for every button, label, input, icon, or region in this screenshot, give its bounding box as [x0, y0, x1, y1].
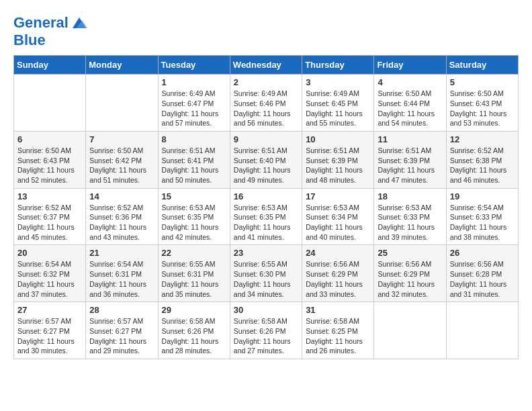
calendar-header-row: SundayMondayTuesdayWednesdayThursdayFrid…	[14, 56, 519, 75]
day-number: 17	[306, 191, 370, 201]
day-info: Sunrise: 6:58 AMSunset: 6:26 PMDaylight:…	[234, 316, 298, 356]
day-info: Sunrise: 6:50 AMSunset: 6:43 PMDaylight:…	[450, 89, 515, 128]
day-number: 15	[162, 191, 226, 201]
calendar-cell	[446, 302, 518, 359]
day-info: Sunrise: 6:54 AMSunset: 6:33 PMDaylight:…	[450, 203, 515, 242]
calendar-cell: 19Sunrise: 6:54 AMSunset: 6:33 PMDayligh…	[446, 188, 518, 245]
calendar-cell: 3Sunrise: 6:49 AMSunset: 6:45 PMDaylight…	[302, 75, 374, 132]
page-header: General Blue	[13, 13, 519, 48]
calendar-cell: 20Sunrise: 6:54 AMSunset: 6:32 PMDayligh…	[14, 245, 86, 302]
calendar-cell: 17Sunrise: 6:53 AMSunset: 6:34 PMDayligh…	[302, 188, 374, 245]
calendar-cell: 7Sunrise: 6:50 AMSunset: 6:42 PMDaylight…	[86, 131, 158, 188]
day-info: Sunrise: 6:50 AMSunset: 6:43 PMDaylight:…	[17, 146, 82, 185]
calendar-week-row: 6Sunrise: 6:50 AMSunset: 6:43 PMDaylight…	[14, 131, 519, 188]
day-info: Sunrise: 6:53 AMSunset: 6:34 PMDaylight:…	[306, 203, 370, 242]
day-info: Sunrise: 6:50 AMSunset: 6:44 PMDaylight:…	[378, 89, 442, 128]
calendar-cell: 15Sunrise: 6:53 AMSunset: 6:35 PMDayligh…	[158, 188, 230, 245]
calendar-week-row: 27Sunrise: 6:57 AMSunset: 6:27 PMDayligh…	[14, 302, 519, 359]
day-number: 24	[306, 248, 370, 258]
day-info: Sunrise: 6:52 AMSunset: 6:38 PMDaylight:…	[450, 146, 515, 185]
day-number: 8	[162, 134, 226, 144]
day-info: Sunrise: 6:57 AMSunset: 6:27 PMDaylight:…	[89, 316, 154, 356]
weekday-header: Wednesday	[230, 56, 302, 75]
day-info: Sunrise: 6:52 AMSunset: 6:36 PMDaylight:…	[89, 203, 154, 242]
day-info: Sunrise: 6:54 AMSunset: 6:31 PMDaylight:…	[89, 259, 154, 299]
day-number: 20	[17, 248, 82, 258]
day-info: Sunrise: 6:49 AMSunset: 6:46 PMDaylight:…	[234, 89, 298, 128]
day-info: Sunrise: 6:50 AMSunset: 6:42 PMDaylight:…	[89, 146, 154, 185]
day-number: 4	[378, 77, 442, 87]
weekday-header: Saturday	[446, 56, 518, 75]
calendar-week-row: 13Sunrise: 6:52 AMSunset: 6:37 PMDayligh…	[14, 188, 519, 245]
weekday-header: Sunday	[14, 56, 86, 75]
calendar-cell: 23Sunrise: 6:55 AMSunset: 6:30 PMDayligh…	[230, 245, 302, 302]
day-number: 12	[450, 134, 515, 144]
day-number: 25	[378, 248, 442, 258]
day-number: 9	[234, 134, 298, 144]
calendar-cell: 24Sunrise: 6:56 AMSunset: 6:29 PMDayligh…	[302, 245, 374, 302]
calendar-cell: 25Sunrise: 6:56 AMSunset: 6:29 PMDayligh…	[374, 245, 446, 302]
day-info: Sunrise: 6:51 AMSunset: 6:41 PMDaylight:…	[162, 146, 226, 185]
calendar-cell: 6Sunrise: 6:50 AMSunset: 6:43 PMDaylight…	[14, 131, 86, 188]
day-info: Sunrise: 6:51 AMSunset: 6:40 PMDaylight:…	[234, 146, 298, 185]
calendar-cell: 27Sunrise: 6:57 AMSunset: 6:27 PMDayligh…	[14, 302, 86, 359]
day-number: 3	[306, 77, 370, 87]
calendar-cell: 12Sunrise: 6:52 AMSunset: 6:38 PMDayligh…	[446, 131, 518, 188]
day-info: Sunrise: 6:51 AMSunset: 6:39 PMDaylight:…	[306, 146, 370, 185]
day-info: Sunrise: 6:52 AMSunset: 6:37 PMDaylight:…	[17, 203, 82, 242]
day-number: 2	[234, 77, 298, 87]
weekday-header: Friday	[374, 56, 446, 75]
day-info: Sunrise: 6:55 AMSunset: 6:30 PMDaylight:…	[234, 259, 298, 299]
day-number: 13	[17, 191, 82, 201]
calendar-cell: 14Sunrise: 6:52 AMSunset: 6:36 PMDayligh…	[86, 188, 158, 245]
day-number: 22	[162, 248, 226, 258]
calendar-cell: 16Sunrise: 6:53 AMSunset: 6:35 PMDayligh…	[230, 188, 302, 245]
day-number: 19	[450, 191, 515, 201]
day-info: Sunrise: 6:53 AMSunset: 6:35 PMDaylight:…	[234, 203, 298, 242]
calendar-cell	[86, 75, 158, 132]
day-number: 10	[306, 134, 370, 144]
calendar-cell: 5Sunrise: 6:50 AMSunset: 6:43 PMDaylight…	[446, 75, 518, 132]
day-number: 11	[378, 134, 442, 144]
logo: General Blue	[13, 13, 89, 48]
day-number: 26	[450, 248, 515, 258]
calendar-cell: 4Sunrise: 6:50 AMSunset: 6:44 PMDaylight…	[374, 75, 446, 132]
calendar-cell: 29Sunrise: 6:58 AMSunset: 6:26 PMDayligh…	[158, 302, 230, 359]
calendar-cell: 11Sunrise: 6:51 AMSunset: 6:39 PMDayligh…	[374, 131, 446, 188]
day-info: Sunrise: 6:53 AMSunset: 6:35 PMDaylight:…	[162, 203, 226, 242]
calendar-cell: 26Sunrise: 6:56 AMSunset: 6:28 PMDayligh…	[446, 245, 518, 302]
day-number: 28	[89, 305, 154, 315]
day-number: 14	[89, 191, 154, 201]
calendar-cell	[14, 75, 86, 132]
calendar-cell: 30Sunrise: 6:58 AMSunset: 6:26 PMDayligh…	[230, 302, 302, 359]
day-number: 29	[162, 305, 226, 315]
logo-blue: Blue	[13, 32, 89, 48]
day-info: Sunrise: 6:55 AMSunset: 6:31 PMDaylight:…	[162, 259, 226, 299]
day-info: Sunrise: 6:49 AMSunset: 6:45 PMDaylight:…	[306, 89, 370, 128]
weekday-header: Tuesday	[158, 56, 230, 75]
calendar-cell: 22Sunrise: 6:55 AMSunset: 6:31 PMDayligh…	[158, 245, 230, 302]
day-number: 18	[378, 191, 442, 201]
day-info: Sunrise: 6:58 AMSunset: 6:26 PMDaylight:…	[162, 316, 226, 356]
weekday-header: Thursday	[302, 56, 374, 75]
logo-icon	[70, 13, 89, 32]
day-info: Sunrise: 6:57 AMSunset: 6:27 PMDaylight:…	[17, 316, 82, 356]
calendar-week-row: 20Sunrise: 6:54 AMSunset: 6:32 PMDayligh…	[14, 245, 519, 302]
day-number: 7	[89, 134, 154, 144]
day-info: Sunrise: 6:56 AMSunset: 6:28 PMDaylight:…	[450, 259, 515, 299]
day-info: Sunrise: 6:54 AMSunset: 6:32 PMDaylight:…	[17, 259, 82, 299]
day-number: 27	[17, 305, 82, 315]
day-number: 30	[234, 305, 298, 315]
calendar-cell: 2Sunrise: 6:49 AMSunset: 6:46 PMDaylight…	[230, 75, 302, 132]
day-info: Sunrise: 6:56 AMSunset: 6:29 PMDaylight:…	[378, 259, 442, 299]
day-info: Sunrise: 6:53 AMSunset: 6:33 PMDaylight:…	[378, 203, 442, 242]
calendar-cell: 18Sunrise: 6:53 AMSunset: 6:33 PMDayligh…	[374, 188, 446, 245]
calendar-cell: 28Sunrise: 6:57 AMSunset: 6:27 PMDayligh…	[86, 302, 158, 359]
day-info: Sunrise: 6:58 AMSunset: 6:25 PMDaylight:…	[306, 316, 370, 356]
calendar-cell: 13Sunrise: 6:52 AMSunset: 6:37 PMDayligh…	[14, 188, 86, 245]
day-info: Sunrise: 6:56 AMSunset: 6:29 PMDaylight:…	[306, 259, 370, 299]
calendar-cell: 8Sunrise: 6:51 AMSunset: 6:41 PMDaylight…	[158, 131, 230, 188]
day-number: 1	[162, 77, 226, 87]
calendar-cell	[374, 302, 446, 359]
day-info: Sunrise: 6:49 AMSunset: 6:47 PMDaylight:…	[162, 89, 226, 128]
